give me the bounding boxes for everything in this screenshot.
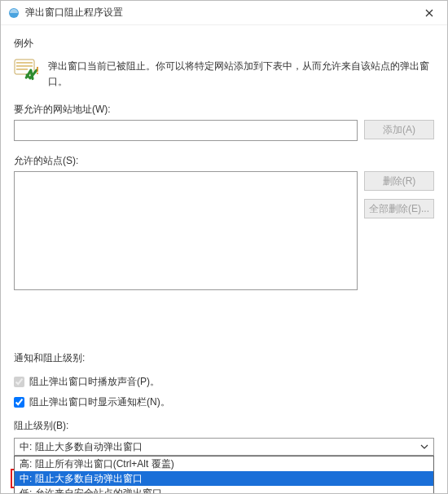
svg-rect-6 bbox=[16, 68, 28, 70]
block-level-option-high[interactable]: 高: 阻止所有弹出窗口(Ctrl+Alt 覆盖) bbox=[15, 457, 433, 471]
titlebar: 弹出窗口阻止程序设置 bbox=[1, 1, 447, 25]
app-icon bbox=[7, 7, 20, 20]
close-button[interactable] bbox=[411, 1, 447, 25]
exceptions-description: 弹出窗口当前已被阻止。你可以将特定网站添加到下表中，从而允许来自该站点的弹出窗口… bbox=[48, 57, 434, 90]
svg-rect-4 bbox=[16, 62, 33, 64]
window-title: 弹出窗口阻止程序设置 bbox=[25, 6, 411, 20]
allowed-sites-label: 允许的站点(S): bbox=[14, 154, 434, 168]
add-button[interactable]: 添加(A) bbox=[364, 120, 434, 139]
show-bar-checkbox[interactable] bbox=[14, 397, 24, 408]
block-level-dropdown[interactable]: 中: 阻止大多数自动弹出窗口 高: 阻止所有弹出窗口(Ctrl+Alt 覆盖) … bbox=[14, 438, 434, 456]
notify-heading: 通知和阻止级别: bbox=[14, 351, 434, 365]
play-sound-checkbox bbox=[14, 377, 24, 387]
allowed-sites-listbox[interactable] bbox=[14, 171, 358, 290]
dialog-popup-blocker-settings: 弹出窗口阻止程序设置 例外 ! 弹出窗口当前已被阻止。你可以将特定网站添加到下表… bbox=[0, 0, 448, 494]
address-label: 要允许的网站地址(W): bbox=[14, 103, 434, 117]
chevron-down-icon bbox=[420, 443, 428, 451]
popup-allowed-icon: ! bbox=[14, 57, 40, 83]
close-icon bbox=[425, 9, 433, 17]
svg-rect-5 bbox=[16, 65, 33, 67]
show-bar-checkbox-row[interactable]: 阻止弹出窗口时显示通知栏(N)。 bbox=[14, 395, 434, 409]
play-sound-label: 阻止弹出窗口时播放声音(P)。 bbox=[29, 375, 160, 389]
dialog-content: 例外 ! 弹出窗口当前已被阻止。你可以将特定网站添加到下表中，从而允许来自该站点… bbox=[1, 25, 447, 493]
block-level-selected-text: 中: 阻止大多数自动弹出窗口 bbox=[20, 440, 143, 454]
block-level-label: 阻止级别(B): bbox=[14, 419, 434, 433]
show-bar-label: 阻止弹出窗口时显示通知栏(N)。 bbox=[29, 395, 170, 409]
address-input[interactable] bbox=[14, 120, 358, 141]
svg-text:!: ! bbox=[36, 65, 39, 77]
exceptions-heading: 例外 bbox=[14, 37, 434, 51]
remove-button[interactable]: 删除(R) bbox=[364, 171, 434, 191]
block-level-option-medium[interactable]: 中: 阻止大多数自动弹出窗口 bbox=[15, 471, 433, 486]
remove-all-button[interactable]: 全部删除(E)... bbox=[364, 199, 434, 218]
block-level-selected[interactable]: 中: 阻止大多数自动弹出窗口 bbox=[14, 438, 434, 456]
play-sound-checkbox-row: 阻止弹出窗口时播放声音(P)。 bbox=[14, 375, 434, 389]
block-level-option-low[interactable]: 低: 允许来自安全站点的弹出窗口 bbox=[15, 486, 433, 493]
block-level-popup: 高: 阻止所有弹出窗口(Ctrl+Alt 覆盖) 中: 阻止大多数自动弹出窗口 … bbox=[14, 456, 434, 493]
exceptions-header: ! 弹出窗口当前已被阻止。你可以将特定网站添加到下表中，从而允许来自该站点的弹出… bbox=[14, 57, 434, 90]
